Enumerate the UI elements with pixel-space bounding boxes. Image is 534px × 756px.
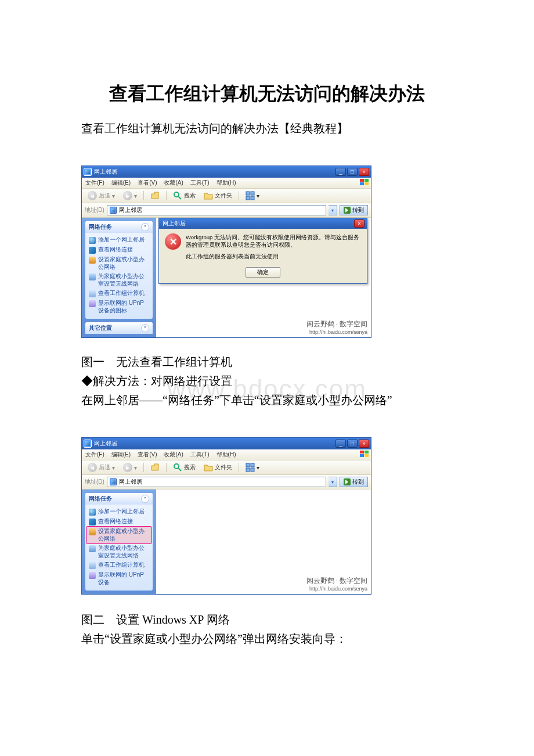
menu-help[interactable]: 帮助(H) <box>217 179 236 187</box>
step1-text: 在网上邻居——“网络任务”下单击“设置家庭或小型办公网络” <box>81 393 453 408</box>
task-add-network-place[interactable]: 添加一个网上邻居 <box>86 507 151 517</box>
close-button[interactable]: × <box>359 168 369 176</box>
network-tasks-header[interactable]: 网络任务 ˄ <box>85 221 153 233</box>
menu-file[interactable]: 文件(F) <box>85 451 104 459</box>
menu-tools[interactable]: 工具(T) <box>190 179 210 187</box>
window-title: 网上邻居 <box>94 440 335 448</box>
maximize-button[interactable]: □ <box>347 440 358 448</box>
task-view-workgroup[interactable]: 查看工作组计算机 <box>86 289 151 298</box>
globe-icon <box>89 509 96 516</box>
menu-tools[interactable]: 工具(T) <box>190 451 210 459</box>
svg-rect-2 <box>360 182 364 185</box>
svg-rect-7 <box>251 192 254 195</box>
folders-button[interactable]: 文件夹 <box>201 190 235 201</box>
forward-button[interactable]: ► ▾ <box>120 190 140 201</box>
search-button[interactable]: 搜索 <box>170 462 199 473</box>
signature-cn: 闲云野鹤 · 数字空间 <box>306 319 367 329</box>
document-subtitle: 查看工作组计算机无法访问的解决办法【经典教程】 <box>81 121 453 136</box>
svg-rect-8 <box>246 196 250 200</box>
screenshot-2: 网上邻居 _ □ × 文件(F) 编辑(E) 查看(V) 收藏(A) 工具(T)… <box>81 437 371 595</box>
svg-rect-0 <box>360 179 364 182</box>
other-places-header[interactable]: 其它位置 ˄ <box>85 322 153 334</box>
menu-edit[interactable]: 编辑(E) <box>111 179 131 187</box>
wireless-icon <box>89 273 96 280</box>
task-show-upnp[interactable]: 显示联网的 UPnP 设备 <box>86 570 151 587</box>
menu-file[interactable]: 文件(F) <box>85 179 104 187</box>
back-button[interactable]: ◄后退 ▾ <box>85 462 118 473</box>
upnp-icon <box>89 572 96 579</box>
svg-rect-13 <box>365 454 369 457</box>
home-network-icon <box>89 528 96 535</box>
figure1-caption: 图一 无法查看工作组计算机 <box>81 354 453 370</box>
task-add-network-place[interactable]: 添加一个网上邻居 <box>86 235 151 245</box>
forward-button[interactable]: ► ▾ <box>120 462 140 473</box>
up-button[interactable] <box>147 462 163 473</box>
search-button[interactable]: 搜索 <box>170 190 199 201</box>
menu-view[interactable]: 查看(V) <box>138 179 157 187</box>
windows-logo-icon <box>359 450 370 459</box>
menu-view[interactable]: 查看(V) <box>138 451 157 459</box>
task-setup-wireless[interactable]: 为家庭或小型办公室设置无线网络 <box>86 543 151 560</box>
menu-favorites[interactable]: 收藏(A) <box>164 451 183 459</box>
svg-line-5 <box>178 196 181 199</box>
svg-rect-1 <box>365 179 369 182</box>
close-button[interactable]: × <box>359 440 369 448</box>
minimize-button[interactable]: _ <box>335 440 346 448</box>
wireless-icon <box>89 545 96 552</box>
svg-point-4 <box>174 192 179 197</box>
menu-favorites[interactable]: 收藏(A) <box>164 179 183 187</box>
solution-heading: ◆解决方法：对网络进行设置 <box>81 373 453 389</box>
document-title: 查看工作组计算机无法访问的解决办法 <box>81 81 453 107</box>
menu-help[interactable]: 帮助(H) <box>217 451 236 459</box>
svg-point-14 <box>174 464 179 469</box>
menu-edit[interactable]: 编辑(E) <box>111 451 131 459</box>
address-bar: 地址(D) 网上邻居 ▾ 转到 <box>82 203 371 218</box>
folders-button[interactable]: 文件夹 <box>201 462 235 473</box>
go-button[interactable]: 转到 <box>340 477 368 487</box>
collapse-icon: ˄ <box>141 324 149 332</box>
go-button[interactable]: 转到 <box>340 205 368 215</box>
content-area: 闲云野鹤 · 数字空间 http://hi.baidu.com/senya <box>156 489 371 594</box>
minimize-button[interactable]: _ <box>335 168 346 176</box>
svg-rect-12 <box>360 454 364 457</box>
content-area: 网上邻居 × ✕ Workgroup 无法访问。您可能没有权限使用网络资源。请与… <box>156 218 371 337</box>
svg-rect-3 <box>365 182 369 185</box>
svg-rect-11 <box>365 451 369 453</box>
connections-icon <box>89 519 96 525</box>
screenshot-1: 网上邻居 _ □ × 文件(F) 编辑(E) 查看(V) 收藏(A) 工具(T)… <box>81 165 371 338</box>
task-setup-home-network[interactable]: 设置家庭或小型办公网络 <box>86 527 151 543</box>
figure2-caption: 图二 设置 Windows XP 网络 <box>81 612 453 628</box>
views-button[interactable]: ▾ <box>243 190 262 201</box>
side-panel: 网络任务 ˄ 添加一个网上邻居 查看网络连接 设置家庭或小型办公网络 为家庭或小… <box>82 489 156 594</box>
address-dropdown[interactable]: ▾ <box>329 205 337 215</box>
toolbar: ◄后退 ▾ ► ▾ 搜索 文件夹 ▾ <box>82 189 371 203</box>
task-show-upnp[interactable]: 显示联网的 UPnP 设备的图标 <box>86 298 151 315</box>
svg-line-15 <box>178 468 181 471</box>
task-view-connections[interactable]: 查看网络连接 <box>86 517 151 527</box>
address-dropdown[interactable]: ▾ <box>329 477 337 487</box>
collapse-icon: ˄ <box>141 495 149 503</box>
dialog-close-button[interactable]: × <box>354 219 365 228</box>
address-label: 地址(D) <box>85 478 104 486</box>
home-network-icon <box>89 257 96 264</box>
back-button[interactable]: ◄后退 ▾ <box>85 190 118 201</box>
maximize-button[interactable]: □ <box>347 168 358 176</box>
up-button[interactable] <box>147 190 163 201</box>
address-input[interactable]: 网上邻居 <box>107 477 326 487</box>
dialog-title-bar: 网上邻居 × <box>159 218 367 229</box>
menu-bar: 文件(F) 编辑(E) 查看(V) 收藏(A) 工具(T) 帮助(H) <box>82 449 371 460</box>
views-button[interactable]: ▾ <box>243 462 262 473</box>
task-setup-home-network[interactable]: 设置家庭或小型办公网络 <box>86 255 151 272</box>
error-icon: ✕ <box>165 233 181 250</box>
dialog-ok-button[interactable]: 确定 <box>246 267 280 278</box>
title-bar: 网上邻居 _ □ × <box>82 166 371 178</box>
task-view-connections[interactable]: 查看网络连接 <box>86 245 151 255</box>
task-setup-wireless[interactable]: 为家庭或小型办公室设置无线网络 <box>86 272 151 289</box>
address-input[interactable]: 网上邻居 <box>107 205 326 215</box>
task-view-workgroup[interactable]: 查看工作组计算机 <box>86 560 151 570</box>
error-dialog: 网上邻居 × ✕ Workgroup 无法访问。您可能没有权限使用网络资源。请与… <box>158 218 367 284</box>
network-tasks-header[interactable]: 网络任务 ˄ <box>85 493 153 505</box>
title-bar: 网上邻居 _ □ × <box>82 438 371 449</box>
network-places-icon <box>84 168 92 176</box>
globe-icon <box>89 237 96 244</box>
